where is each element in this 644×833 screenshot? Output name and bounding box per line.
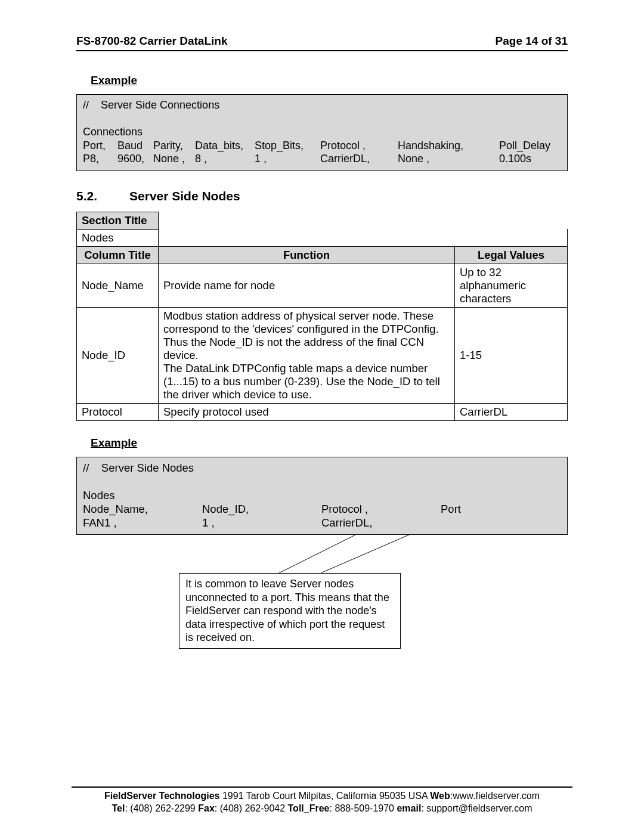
page-footer: FieldServer Technologies 1991 Tarob Cour… bbox=[72, 786, 572, 815]
footer-text: FieldServer Technologies 1991 Tarob Cour… bbox=[72, 790, 572, 815]
row-legal: Up to 32 alphanumeric characters bbox=[455, 264, 568, 307]
col-databits: Data_bits, bbox=[195, 139, 255, 153]
row-function: Provide name for node bbox=[159, 264, 455, 307]
svg-line-0 bbox=[279, 534, 357, 573]
footer-fax-label: Fax bbox=[198, 803, 215, 813]
example1-heading: Example bbox=[91, 74, 568, 87]
page: FS-8700-82 Carrier DataLink Page 14 of 3… bbox=[0, 0, 644, 833]
doc-id: FS-8700-82 Carrier DataLink bbox=[76, 35, 227, 48]
footer-toll-value: : 888-509-1970 bbox=[329, 803, 397, 813]
col-port: Port bbox=[441, 502, 561, 516]
col-header-legal: Legal Values bbox=[455, 246, 568, 264]
val-handshaking: None , bbox=[398, 152, 499, 166]
section-title-value: Nodes bbox=[77, 229, 159, 246]
svg-line-1 bbox=[321, 534, 410, 573]
blank-cell bbox=[455, 229, 568, 246]
server-side-nodes-example: // Server Side Nodes Nodes Node_Name, No… bbox=[76, 457, 568, 535]
table-row: Node_Name Provide name for node Up to 32… bbox=[77, 264, 568, 307]
footer-rule bbox=[72, 786, 572, 788]
col-header-title: Column Title bbox=[77, 246, 159, 264]
section-title-label: Section Title bbox=[77, 212, 159, 229]
footer-company: FieldServer Technologies bbox=[104, 791, 220, 801]
nodes-value-row: FAN1 , 1 , CarrierDL, bbox=[83, 516, 561, 529]
val-nodename: FAN1 , bbox=[83, 516, 202, 529]
callout-area: It is common to leave Server nodes uncon… bbox=[76, 553, 568, 648]
row-title: Protocol bbox=[77, 403, 159, 420]
col-polldelay: Poll_Delay bbox=[499, 139, 561, 153]
col-nodename: Node_Name, bbox=[83, 502, 202, 516]
blank-cell bbox=[455, 212, 568, 229]
val-nodeid: 1 , bbox=[202, 516, 321, 529]
server-side-connections-example: // Server Side Connections Connections P… bbox=[76, 94, 568, 171]
row-legal: 1-15 bbox=[455, 307, 568, 403]
col-parity: Parity, bbox=[153, 139, 195, 153]
comment-text: Server Side Nodes bbox=[101, 462, 194, 474]
callout-text: It is common to leave Server nodes uncon… bbox=[185, 578, 389, 643]
blank-cell bbox=[159, 212, 455, 229]
val-parity: None , bbox=[153, 152, 195, 166]
callout-box: It is common to leave Server nodes uncon… bbox=[179, 573, 401, 649]
comment-text: Server Side Connections bbox=[101, 99, 219, 111]
section-number: 5.2. bbox=[76, 189, 97, 203]
header-rule bbox=[76, 50, 568, 51]
footer-web-value: :www.fieldserver.com bbox=[450, 791, 540, 801]
section-5-2-heading: 5.2. Server Side Nodes bbox=[76, 189, 568, 203]
col-baud: Baud bbox=[117, 139, 153, 153]
val-port bbox=[441, 516, 561, 529]
row-function: Specify protocol used bbox=[159, 403, 455, 420]
nodes-word: Nodes bbox=[83, 488, 561, 502]
doc-header: FS-8700-82 Carrier DataLink Page 14 of 3… bbox=[76, 35, 568, 48]
val-databits: 8 , bbox=[195, 152, 255, 166]
table-row: Node_ID Modbus station address of physic… bbox=[77, 307, 568, 403]
table-row: Protocol Specify protocol used CarrierDL bbox=[77, 403, 568, 420]
footer-tel-label: Tel bbox=[112, 803, 125, 813]
col-nodeid: Node_ID, bbox=[202, 502, 321, 516]
footer-fax-value: : (408) 262-9042 bbox=[215, 803, 288, 813]
page-number: Page 14 of 31 bbox=[496, 35, 568, 48]
blank-cell bbox=[159, 229, 455, 246]
section-title: Server Side Nodes bbox=[129, 189, 240, 203]
connections-word: Connections bbox=[83, 125, 561, 139]
val-baud: 9600, bbox=[117, 152, 153, 166]
footer-tel-value: : (408) 262-2299 bbox=[125, 803, 198, 813]
row-function: Modbus station address of physical serve… bbox=[159, 307, 455, 403]
footer-address: 1991 Tarob Court Milpitas, California 95… bbox=[220, 791, 431, 801]
server-side-nodes-table: Section Title Nodes Column Title Functio… bbox=[76, 212, 568, 421]
comment-slash: // bbox=[83, 462, 89, 474]
col-handshaking: Handshaking, bbox=[398, 139, 499, 153]
row-title: Node_Name bbox=[77, 264, 159, 307]
footer-toll-label: Toll_Free bbox=[288, 803, 330, 813]
example2-heading: Example bbox=[91, 436, 568, 450]
col-header-function: Function bbox=[159, 246, 455, 264]
col-protocol: Protocol , bbox=[320, 139, 398, 153]
footer-email-value: : support@fieldserver.com bbox=[421, 803, 532, 813]
val-polldelay: 0.100s bbox=[499, 152, 561, 166]
col-port: Port, bbox=[83, 139, 117, 153]
row-legal: CarrierDL bbox=[455, 403, 568, 420]
col-protocol: Protocol , bbox=[321, 502, 441, 516]
val-protocol: CarrierDL, bbox=[320, 152, 398, 166]
nodes-header-row: Node_Name, Node_ID, Protocol , Port bbox=[83, 502, 561, 516]
connections-value-row: P8, 9600, None , 8 , 1 , CarrierDL, None… bbox=[83, 152, 561, 166]
comment-slash: // bbox=[83, 99, 89, 111]
row-title: Node_ID bbox=[77, 307, 159, 403]
val-port: P8, bbox=[83, 152, 117, 166]
connections-header-row: Port, Baud Parity, Data_bits, Stop_Bits,… bbox=[83, 139, 561, 153]
val-protocol: CarrierDL, bbox=[321, 516, 441, 529]
footer-email-label: email bbox=[397, 803, 421, 813]
col-stopbits: Stop_Bits, bbox=[255, 139, 320, 153]
val-stopbits: 1 , bbox=[255, 152, 320, 166]
footer-web-label: Web bbox=[430, 791, 450, 801]
